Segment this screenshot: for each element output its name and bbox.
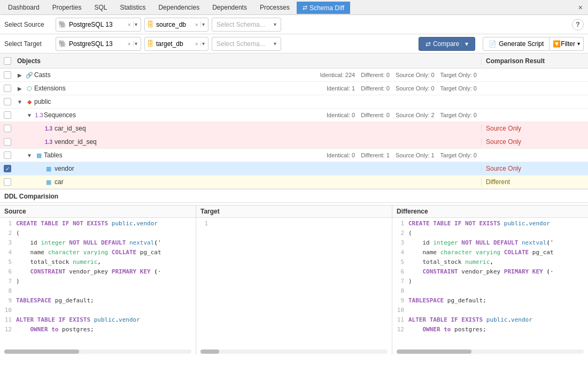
tab-properties[interactable]: Properties (47, 1, 88, 13)
ext-expand[interactable]: ▶ (15, 86, 25, 92)
source-db-select[interactable]: 🗄 source_db × ▾ (144, 18, 208, 32)
select-target-label: Select Target (4, 40, 52, 48)
car-id-seq-checkbox[interactable] (4, 125, 11, 132)
clear-source-db[interactable]: × (194, 21, 199, 28)
difference-code[interactable]: 1CREATE TABLE IF NOT EXISTS public.vendo… (392, 218, 588, 348)
header-checkbox-col (0, 57, 15, 65)
casts-expand[interactable]: ▶ (15, 72, 25, 78)
ddl-title: DDL Comparision (4, 193, 58, 200)
target-server-select[interactable]: 🐘 PostgreSQL 13 × ▾ (56, 37, 141, 51)
code-line: 11ALTER TABLE IF EXISTS public.vendor (392, 316, 588, 326)
code-line: 5 total_stock numeric, (0, 258, 196, 268)
tab-sql[interactable]: SQL (88, 1, 113, 13)
db-icon-source: 🗄 (147, 20, 154, 28)
help-button[interactable]: ? (572, 19, 584, 31)
table-row: 1.3 car_id_seq Source Only (0, 122, 588, 135)
vendor-id-seq-checkbox[interactable] (4, 138, 11, 146)
clear-source-server[interactable]: × (127, 21, 132, 28)
car-id-seq-icon: 1.3 (44, 126, 53, 132)
postgres-icon-target: 🐘 (58, 40, 67, 48)
seq-checkbox[interactable] (4, 111, 11, 119)
tab-dependencies[interactable]: Dependencies (152, 1, 205, 13)
target-code[interactable]: 1 (196, 218, 392, 348)
target-db-dropdown[interactable]: ▾ (200, 41, 206, 47)
filter-icon: 🔽 (553, 40, 561, 48)
table-row: ▼ ◆ public (0, 95, 588, 109)
tables-stats: Identical: 0 Different: 1 Source Only: 1… (327, 152, 481, 158)
casts-checkbox[interactable] (4, 71, 11, 79)
difference-panel: Difference 1CREATE TABLE IF NOT EXISTS p… (392, 206, 588, 355)
table-header: Objects Comparison Result (0, 54, 588, 69)
code-line: 2( (0, 230, 196, 239)
source-code[interactable]: 1CREATE TABLE IF NOT EXISTS public.vendo… (0, 218, 196, 348)
source-db-dropdown[interactable]: ▾ (200, 21, 206, 27)
code-line: 6 CONSTRAINT vendor_pkey PRIMARY KEY (· (0, 268, 196, 278)
select-all-checkbox[interactable] (4, 57, 11, 65)
car-icon: ▦ (44, 179, 53, 186)
vendor-id-seq-name: vendor_id_seq (53, 138, 481, 146)
code-line: 9TABLESPACE pg_default; (0, 297, 196, 307)
vendor-checkbox[interactable] (4, 165, 11, 172)
seq-stats: Identical: 0 Different: 0 Source Only: 2… (327, 112, 481, 118)
table-row: ▼ 1.3 Sequences Identical: 0 Different: … (0, 109, 588, 122)
close-button[interactable]: × (575, 2, 586, 13)
seq-icon: 1.3 (34, 112, 44, 118)
target-panel: Target 1 (196, 206, 392, 355)
table-row: ▶ 🔗 Casts Identical: 224 Different: 0 So… (0, 69, 588, 82)
tables-checkbox[interactable] (4, 151, 11, 159)
seq-expand[interactable]: ▼ (25, 112, 34, 118)
clear-target-server[interactable]: × (127, 41, 132, 47)
target-scrollbar[interactable] (200, 349, 388, 354)
code-line: 1CREATE TABLE IF NOT EXISTS public.vendo… (392, 220, 588, 230)
objects-table: Objects Comparison Result ▶ 🔗 Casts Iden… (0, 54, 588, 189)
select-source-label: Select Source (4, 21, 52, 28)
source-server-dropdown[interactable]: ▾ (133, 21, 138, 27)
ext-name: Extensions (34, 85, 322, 92)
tab-statistics[interactable]: Statistics (114, 1, 151, 13)
tab-dependents[interactable]: Dependents (206, 1, 253, 13)
table-row: ▶ ⬡ Extensions Identical: 1 Different: 0… (0, 82, 588, 95)
public-expand[interactable]: ▼ (15, 99, 25, 105)
tab-processes[interactable]: Processes (254, 1, 296, 13)
filter-button[interactable]: 🔽 Filter ▾ (550, 37, 584, 51)
clear-target-db[interactable]: × (194, 41, 199, 47)
code-line: 4 name character varying COLLATE pg_cat (392, 249, 588, 258)
compare-dropdown-arrow[interactable]: ▾ (461, 40, 468, 48)
code-line: 3 id integer NOT NULL DEFAULT nextval(' (392, 239, 588, 249)
ext-checkbox[interactable] (4, 85, 11, 92)
vendor-result: Source Only (481, 165, 588, 172)
car-result: Different (481, 178, 588, 186)
script-filter-group: 📄 Generate Script 🔽 Filter ▾ (483, 37, 584, 51)
seq-name: Sequences (44, 111, 322, 119)
target-panel-title: Target (196, 206, 392, 218)
car-checkbox[interactable] (4, 178, 11, 186)
code-line: 8 (0, 287, 196, 297)
public-name: public (34, 98, 481, 105)
objects-column-header: Objects (15, 57, 481, 65)
vendor-icon: ▦ (44, 165, 53, 172)
target-server-dropdown[interactable]: ▾ (133, 41, 138, 47)
table-row: ▦ car Different (0, 176, 588, 189)
source-schema-select[interactable]: Select Schema... ▾ (212, 18, 281, 32)
source-scrollbar[interactable] (4, 349, 191, 354)
target-db-select[interactable]: 🗄 target_db × ▾ (144, 37, 208, 51)
public-icon: ◆ (25, 98, 34, 105)
car-id-seq-result: Source Only (481, 125, 588, 132)
target-schema-select[interactable]: Select Schema... ▾ (212, 37, 281, 51)
ext-stats: Identical: 1 Different: 0 Source Only: 0… (327, 85, 481, 92)
code-line: 12 OWNER to postgres; (0, 326, 196, 336)
db-icon-target: 🗄 (147, 40, 154, 48)
compare-button[interactable]: ⇄ Compare ▾ (419, 37, 475, 51)
difference-scrollbar[interactable] (397, 349, 584, 354)
code-line: 12 OWNER to postgres; (392, 326, 588, 336)
code-line: 10 (0, 307, 196, 316)
public-checkbox[interactable] (4, 98, 11, 105)
generate-script-button[interactable]: 📄 Generate Script (483, 37, 550, 51)
code-line: 2( (392, 230, 588, 239)
tab-schema-diff[interactable]: ⇄ Schema Diff (297, 2, 350, 14)
ddl-panels: Source 1CREATE TABLE IF NOT EXISTS publi… (0, 205, 588, 355)
tables-expand[interactable]: ▼ (25, 153, 34, 158)
tab-dashboard[interactable]: Dashboard (2, 1, 45, 13)
car-id-seq-name: car_id_seq (53, 125, 481, 132)
source-server-select[interactable]: 🐘 PostgreSQL 13 × ▾ (56, 18, 141, 32)
